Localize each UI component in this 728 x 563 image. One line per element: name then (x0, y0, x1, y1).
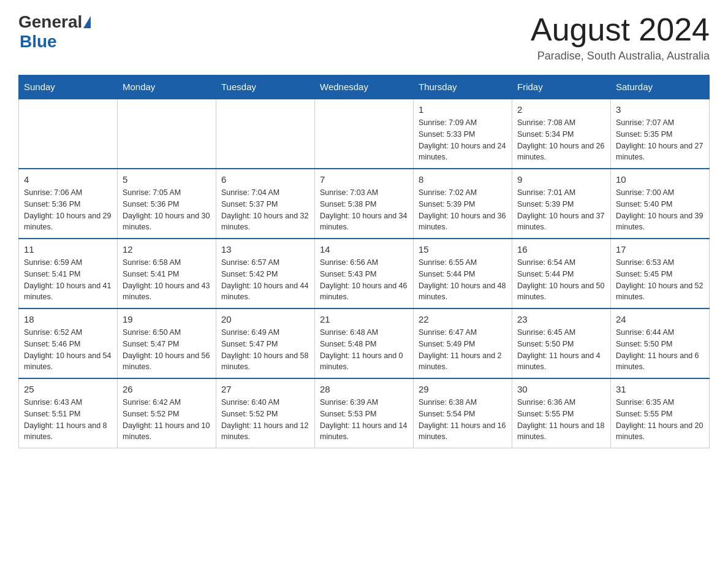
calendar-cell: 12Sunrise: 6:58 AMSunset: 5:41 PMDayligh… (118, 239, 216, 308)
day-info: Sunrise: 6:54 AMSunset: 5:44 PMDaylight:… (517, 257, 605, 303)
logo-triangle-icon (83, 16, 91, 28)
day-number: 21 (320, 314, 408, 324)
day-number: 12 (123, 244, 211, 255)
day-info: Sunrise: 6:42 AMSunset: 5:52 PMDaylight:… (123, 397, 211, 443)
day-info: Sunrise: 7:07 AMSunset: 5:35 PMDaylight:… (616, 117, 704, 163)
logo: General Blue (18, 12, 92, 52)
calendar-cell: 23Sunrise: 6:45 AMSunset: 5:50 PMDayligh… (512, 308, 611, 378)
day-number: 10 (616, 174, 704, 185)
day-info: Sunrise: 6:57 AMSunset: 5:42 PMDaylight:… (221, 257, 309, 303)
page-header: General Blue August 2024 Paradise, South… (18, 12, 710, 63)
day-info: Sunrise: 6:58 AMSunset: 5:41 PMDaylight:… (123, 257, 211, 303)
calendar-cell: 2Sunrise: 7:08 AMSunset: 5:34 PMDaylight… (512, 99, 611, 169)
calendar-cell: 28Sunrise: 6:39 AMSunset: 5:53 PMDayligh… (315, 378, 414, 448)
day-number: 19 (123, 314, 211, 324)
calendar-cell: 10Sunrise: 7:00 AMSunset: 5:40 PMDayligh… (611, 169, 710, 239)
day-info: Sunrise: 6:39 AMSunset: 5:53 PMDaylight:… (320, 397, 408, 443)
day-info: Sunrise: 6:53 AMSunset: 5:45 PMDaylight:… (616, 257, 704, 303)
day-number: 29 (419, 384, 507, 394)
day-number: 28 (320, 384, 408, 394)
calendar-cell (315, 99, 414, 169)
day-info: Sunrise: 6:49 AMSunset: 5:47 PMDaylight:… (221, 327, 309, 373)
day-info: Sunrise: 7:03 AMSunset: 5:38 PMDaylight:… (320, 187, 408, 233)
day-number: 4 (24, 174, 112, 185)
calendar-cell (19, 99, 118, 169)
day-number: 5 (123, 174, 211, 185)
calendar-cell: 5Sunrise: 7:05 AMSunset: 5:36 PMDaylight… (118, 169, 216, 239)
logo-general-text: General (18, 12, 82, 32)
day-info: Sunrise: 7:08 AMSunset: 5:34 PMDaylight:… (517, 117, 605, 163)
day-number: 17 (616, 244, 704, 255)
day-number: 31 (616, 384, 704, 394)
title-block: August 2024 Paradise, South Australia, A… (531, 12, 710, 63)
day-info: Sunrise: 6:44 AMSunset: 5:50 PMDaylight:… (616, 327, 704, 373)
day-info: Sunrise: 6:43 AMSunset: 5:51 PMDaylight:… (24, 397, 112, 443)
calendar-cell (118, 99, 216, 169)
calendar-week-row: 18Sunrise: 6:52 AMSunset: 5:46 PMDayligh… (19, 308, 710, 378)
calendar-cell: 14Sunrise: 6:56 AMSunset: 5:43 PMDayligh… (315, 239, 414, 308)
day-info: Sunrise: 6:52 AMSunset: 5:46 PMDaylight:… (24, 327, 112, 373)
calendar-cell: 3Sunrise: 7:07 AMSunset: 5:35 PMDaylight… (611, 99, 710, 169)
day-number: 15 (419, 244, 507, 255)
calendar-week-row: 4Sunrise: 7:06 AMSunset: 5:36 PMDaylight… (19, 169, 710, 239)
day-info: Sunrise: 6:50 AMSunset: 5:47 PMDaylight:… (123, 327, 211, 373)
calendar-cell: 29Sunrise: 6:38 AMSunset: 5:54 PMDayligh… (414, 378, 512, 448)
calendar-day-header: Wednesday (315, 75, 414, 99)
calendar-cell: 4Sunrise: 7:06 AMSunset: 5:36 PMDaylight… (19, 169, 118, 239)
day-number: 24 (616, 314, 704, 324)
day-info: Sunrise: 7:09 AMSunset: 5:33 PMDaylight:… (419, 117, 507, 163)
calendar-cell: 15Sunrise: 6:55 AMSunset: 5:44 PMDayligh… (414, 239, 512, 308)
day-number: 27 (221, 384, 309, 394)
day-info: Sunrise: 7:02 AMSunset: 5:39 PMDaylight:… (419, 187, 507, 233)
calendar-cell: 11Sunrise: 6:59 AMSunset: 5:41 PMDayligh… (19, 239, 118, 308)
day-number: 1 (419, 104, 507, 115)
calendar-cell: 27Sunrise: 6:40 AMSunset: 5:52 PMDayligh… (216, 378, 315, 448)
logo-blue-text: Blue (20, 32, 57, 51)
calendar-week-row: 25Sunrise: 6:43 AMSunset: 5:51 PMDayligh… (19, 378, 710, 448)
day-number: 3 (616, 104, 704, 115)
day-info: Sunrise: 6:59 AMSunset: 5:41 PMDaylight:… (24, 257, 112, 303)
calendar-week-row: 1Sunrise: 7:09 AMSunset: 5:33 PMDaylight… (19, 99, 710, 169)
calendar-cell: 7Sunrise: 7:03 AMSunset: 5:38 PMDaylight… (315, 169, 414, 239)
day-number: 6 (221, 174, 309, 185)
day-info: Sunrise: 6:36 AMSunset: 5:55 PMDaylight:… (517, 397, 605, 443)
calendar-cell: 22Sunrise: 6:47 AMSunset: 5:49 PMDayligh… (414, 308, 512, 378)
calendar-table: SundayMondayTuesdayWednesdayThursdayFrid… (18, 75, 710, 448)
day-info: Sunrise: 6:47 AMSunset: 5:49 PMDaylight:… (419, 327, 507, 373)
day-info: Sunrise: 7:01 AMSunset: 5:39 PMDaylight:… (517, 187, 605, 233)
day-number: 9 (517, 174, 605, 185)
day-number: 8 (419, 174, 507, 185)
calendar-day-header: Saturday (611, 75, 710, 99)
calendar-cell: 20Sunrise: 6:49 AMSunset: 5:47 PMDayligh… (216, 308, 315, 378)
day-info: Sunrise: 6:55 AMSunset: 5:44 PMDaylight:… (419, 257, 507, 303)
day-info: Sunrise: 6:48 AMSunset: 5:48 PMDaylight:… (320, 327, 408, 373)
day-number: 25 (24, 384, 112, 394)
day-number: 22 (419, 314, 507, 324)
day-info: Sunrise: 6:56 AMSunset: 5:43 PMDaylight:… (320, 257, 408, 303)
day-number: 26 (123, 384, 211, 394)
calendar-cell: 8Sunrise: 7:02 AMSunset: 5:39 PMDaylight… (414, 169, 512, 239)
day-number: 30 (517, 384, 605, 394)
calendar-cell: 19Sunrise: 6:50 AMSunset: 5:47 PMDayligh… (118, 308, 216, 378)
calendar-cell: 24Sunrise: 6:44 AMSunset: 5:50 PMDayligh… (611, 308, 710, 378)
calendar-cell (216, 99, 315, 169)
calendar-day-header: Thursday (414, 75, 512, 99)
calendar-cell: 18Sunrise: 6:52 AMSunset: 5:46 PMDayligh… (19, 308, 118, 378)
day-number: 16 (517, 244, 605, 255)
calendar-week-row: 11Sunrise: 6:59 AMSunset: 5:41 PMDayligh… (19, 239, 710, 308)
calendar-cell: 13Sunrise: 6:57 AMSunset: 5:42 PMDayligh… (216, 239, 315, 308)
calendar-cell: 17Sunrise: 6:53 AMSunset: 5:45 PMDayligh… (611, 239, 710, 308)
day-number: 11 (24, 244, 112, 255)
day-number: 23 (517, 314, 605, 324)
calendar-day-header: Friday (512, 75, 611, 99)
day-number: 18 (24, 314, 112, 324)
calendar-cell: 9Sunrise: 7:01 AMSunset: 5:39 PMDaylight… (512, 169, 611, 239)
day-number: 13 (221, 244, 309, 255)
day-info: Sunrise: 6:45 AMSunset: 5:50 PMDaylight:… (517, 327, 605, 373)
calendar-cell: 16Sunrise: 6:54 AMSunset: 5:44 PMDayligh… (512, 239, 611, 308)
day-info: Sunrise: 7:00 AMSunset: 5:40 PMDaylight:… (616, 187, 704, 233)
day-number: 20 (221, 314, 309, 324)
day-info: Sunrise: 7:04 AMSunset: 5:37 PMDaylight:… (221, 187, 309, 233)
calendar-day-header: Sunday (19, 75, 118, 99)
calendar-cell: 30Sunrise: 6:36 AMSunset: 5:55 PMDayligh… (512, 378, 611, 448)
